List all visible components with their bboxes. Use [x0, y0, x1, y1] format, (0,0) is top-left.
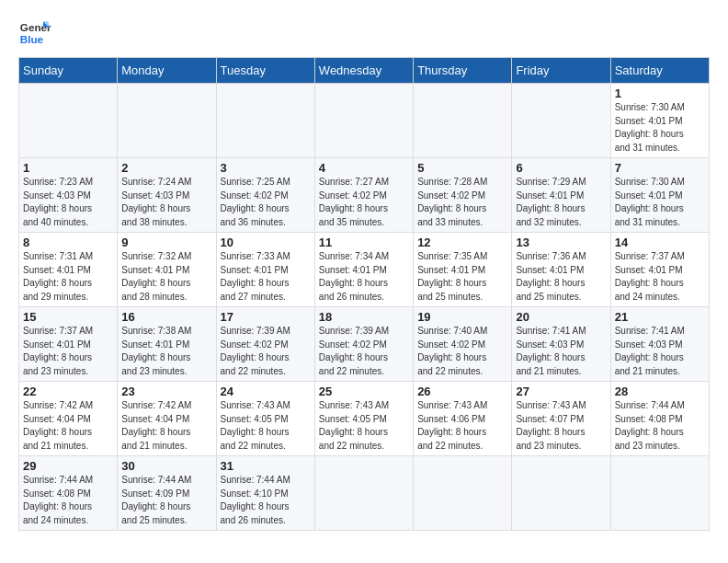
day-info: Sunrise: 7:39 AMSunset: 4:02 PMDaylight:… [221, 325, 311, 378]
calendar-cell: 1Sunrise: 7:23 AMSunset: 4:03 PMDaylight… [19, 158, 118, 233]
day-number: 2 [121, 161, 211, 175]
day-number: 5 [417, 161, 507, 175]
calendar-cell: 3Sunrise: 7:25 AMSunset: 4:02 PMDaylight… [216, 158, 314, 233]
calendar-cell: 12Sunrise: 7:35 AMSunset: 4:01 PMDayligh… [414, 233, 512, 307]
day-info: Sunrise: 7:30 AMSunset: 4:01 PMDaylight:… [615, 176, 705, 229]
column-header-wednesday: Wednesday [314, 58, 413, 84]
calendar-cell: 20Sunrise: 7:41 AMSunset: 4:03 PMDayligh… [512, 307, 610, 382]
calendar-cell [216, 84, 314, 158]
day-number: 4 [319, 161, 409, 175]
day-info: Sunrise: 7:39 AMSunset: 4:02 PMDaylight:… [319, 325, 409, 378]
day-info: Sunrise: 7:42 AMSunset: 4:04 PMDaylight:… [121, 399, 211, 453]
calendar-cell: 14Sunrise: 7:37 AMSunset: 4:01 PMDayligh… [610, 233, 709, 307]
day-info: Sunrise: 7:42 AMSunset: 4:04 PMDaylight:… [23, 399, 113, 453]
calendar-table: SundayMondayTuesdayWednesdayThursdayFrid… [18, 57, 710, 531]
day-number: 7 [615, 161, 705, 175]
calendar-cell: 28Sunrise: 7:44 AMSunset: 4:08 PMDayligh… [610, 382, 709, 456]
logo-icon: General Blue [18, 15, 51, 48]
calendar-cell [19, 84, 118, 158]
calendar-week-1: 1Sunrise: 7:30 AMSunset: 4:01 PMDaylight… [19, 84, 710, 158]
calendar-cell [118, 84, 216, 158]
calendar-cell: 29Sunrise: 7:44 AMSunset: 4:08 PMDayligh… [19, 456, 118, 531]
day-number: 11 [319, 236, 409, 249]
day-number: 29 [23, 459, 113, 473]
day-number: 26 [417, 385, 507, 398]
calendar-cell: 10Sunrise: 7:33 AMSunset: 4:01 PMDayligh… [216, 233, 314, 307]
day-info: Sunrise: 7:35 AMSunset: 4:01 PMDaylight:… [417, 250, 507, 304]
logo: General Blue [18, 15, 51, 48]
day-number: 6 [516, 161, 606, 175]
day-info: Sunrise: 7:37 AMSunset: 4:01 PMDaylight:… [23, 325, 113, 378]
page-container: General Blue SundayMondayTuesdayWednesda… [0, 0, 728, 540]
calendar-cell: 30Sunrise: 7:44 AMSunset: 4:09 PMDayligh… [118, 456, 216, 531]
calendar-cell: 13Sunrise: 7:36 AMSunset: 4:01 PMDayligh… [512, 233, 610, 307]
day-info: Sunrise: 7:44 AMSunset: 4:10 PMDaylight:… [221, 474, 311, 527]
calendar-week-2: 1Sunrise: 7:23 AMSunset: 4:03 PMDaylight… [19, 158, 710, 233]
day-number: 20 [516, 310, 606, 324]
day-number: 3 [221, 161, 311, 175]
day-number: 14 [615, 236, 705, 249]
calendar-cell: 5Sunrise: 7:28 AMSunset: 4:02 PMDaylight… [414, 158, 512, 233]
calendar-cell: 21Sunrise: 7:41 AMSunset: 4:03 PMDayligh… [610, 307, 709, 382]
day-info: Sunrise: 7:34 AMSunset: 4:01 PMDaylight:… [319, 250, 409, 304]
day-info: Sunrise: 7:43 AMSunset: 4:05 PMDaylight:… [221, 399, 311, 453]
day-number: 25 [319, 385, 409, 398]
calendar-cell [512, 84, 610, 158]
column-header-tuesday: Tuesday [216, 58, 314, 84]
column-header-sunday: Sunday [19, 58, 118, 84]
day-info: Sunrise: 7:43 AMSunset: 4:07 PMDaylight:… [516, 399, 606, 453]
column-header-saturday: Saturday [610, 58, 709, 84]
day-number: 22 [23, 385, 113, 398]
calendar-cell: 9Sunrise: 7:32 AMSunset: 4:01 PMDaylight… [118, 233, 216, 307]
day-number: 10 [221, 236, 311, 249]
day-number: 23 [121, 385, 211, 398]
day-number: 27 [516, 385, 606, 398]
calendar-week-6: 29Sunrise: 7:44 AMSunset: 4:08 PMDayligh… [19, 456, 710, 531]
calendar-cell: 25Sunrise: 7:43 AMSunset: 4:05 PMDayligh… [314, 382, 413, 456]
calendar-cell: 18Sunrise: 7:39 AMSunset: 4:02 PMDayligh… [314, 307, 413, 382]
day-number: 31 [221, 459, 311, 473]
day-info: Sunrise: 7:32 AMSunset: 4:01 PMDaylight:… [121, 250, 211, 304]
day-info: Sunrise: 7:33 AMSunset: 4:01 PMDaylight:… [221, 250, 311, 304]
calendar-cell: 2Sunrise: 7:24 AMSunset: 4:03 PMDaylight… [118, 158, 216, 233]
day-info: Sunrise: 7:31 AMSunset: 4:01 PMDaylight:… [23, 250, 113, 304]
page-header: General Blue [18, 15, 710, 48]
day-number: 17 [221, 310, 311, 324]
day-info: Sunrise: 7:30 AMSunset: 4:01 PMDaylight:… [615, 101, 705, 155]
day-info: Sunrise: 7:41 AMSunset: 4:03 PMDaylight:… [615, 325, 705, 378]
day-info: Sunrise: 7:43 AMSunset: 4:05 PMDaylight:… [319, 399, 409, 453]
day-info: Sunrise: 7:44 AMSunset: 4:09 PMDaylight:… [121, 474, 211, 527]
calendar-cell: 8Sunrise: 7:31 AMSunset: 4:01 PMDaylight… [19, 233, 118, 307]
day-info: Sunrise: 7:29 AMSunset: 4:01 PMDaylight:… [516, 176, 606, 229]
day-info: Sunrise: 7:36 AMSunset: 4:01 PMDaylight:… [516, 250, 606, 304]
calendar-cell: 16Sunrise: 7:38 AMSunset: 4:01 PMDayligh… [118, 307, 216, 382]
day-number: 18 [319, 310, 409, 324]
day-info: Sunrise: 7:38 AMSunset: 4:01 PMDaylight:… [121, 325, 211, 378]
day-number: 12 [417, 236, 507, 249]
day-info: Sunrise: 7:37 AMSunset: 4:01 PMDaylight:… [615, 250, 705, 304]
calendar-cell: 19Sunrise: 7:40 AMSunset: 4:02 PMDayligh… [414, 307, 512, 382]
calendar-week-5: 22Sunrise: 7:42 AMSunset: 4:04 PMDayligh… [19, 382, 710, 456]
calendar-week-3: 8Sunrise: 7:31 AMSunset: 4:01 PMDaylight… [19, 233, 710, 307]
calendar-cell: 6Sunrise: 7:29 AMSunset: 4:01 PMDaylight… [512, 158, 610, 233]
day-info: Sunrise: 7:28 AMSunset: 4:02 PMDaylight:… [417, 176, 507, 229]
column-header-monday: Monday [118, 58, 216, 84]
day-number: 16 [121, 310, 211, 324]
day-info: Sunrise: 7:24 AMSunset: 4:03 PMDaylight:… [121, 176, 211, 229]
calendar-cell: 11Sunrise: 7:34 AMSunset: 4:01 PMDayligh… [314, 233, 413, 307]
calendar-cell [414, 84, 512, 158]
day-info: Sunrise: 7:41 AMSunset: 4:03 PMDaylight:… [516, 325, 606, 378]
day-number: 21 [615, 310, 705, 324]
calendar-week-4: 15Sunrise: 7:37 AMSunset: 4:01 PMDayligh… [19, 307, 710, 382]
column-header-friday: Friday [512, 58, 610, 84]
calendar-cell [610, 456, 709, 531]
day-number: 28 [615, 385, 705, 398]
calendar-cell [512, 456, 610, 531]
day-number: 30 [121, 459, 211, 473]
column-header-thursday: Thursday [414, 58, 512, 84]
day-info: Sunrise: 7:44 AMSunset: 4:08 PMDaylight:… [615, 399, 705, 453]
calendar-cell: 17Sunrise: 7:39 AMSunset: 4:02 PMDayligh… [216, 307, 314, 382]
calendar-cell: 26Sunrise: 7:43 AMSunset: 4:06 PMDayligh… [414, 382, 512, 456]
day-number: 1 [615, 86, 705, 100]
calendar-cell [414, 456, 512, 531]
